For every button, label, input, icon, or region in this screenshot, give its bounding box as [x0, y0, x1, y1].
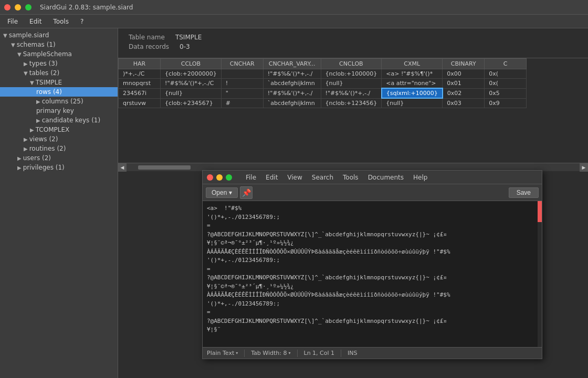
- position-label: Ln 1, Col 1: [304, 350, 335, 356]
- table-row: )*+,-./C {clob:+2000000} !"#$%&'()*+,-./…: [119, 69, 527, 79]
- cell[interactable]: {null}: [161, 88, 222, 98]
- menu-tools[interactable]: Tools: [48, 17, 74, 26]
- sidebar-item-sampleschema[interactable]: ▼ SampleSchema: [0, 49, 118, 59]
- editor-menu-file[interactable]: File: [242, 173, 260, 182]
- editor-menu-view[interactable]: View: [283, 173, 306, 182]
- editor-close-button[interactable]: [207, 174, 213, 181]
- sidebar-item-routines[interactable]: ▶ routines (2): [0, 144, 118, 153]
- cell[interactable]: !: [221, 79, 263, 89]
- cell[interactable]: 0x9: [485, 98, 527, 108]
- editor-menu-tools[interactable]: Tools: [339, 173, 363, 182]
- col-header-cxml[interactable]: CXML: [382, 59, 443, 69]
- cell[interactable]: !"#$%&'()*+,-./: [321, 88, 382, 98]
- tab-width-selector[interactable]: Tab Width: 8 ▾: [251, 350, 290, 356]
- col-header-cnchar-vary[interactable]: CNCHAR_VARY...: [263, 59, 321, 69]
- scroll-track[interactable]: [128, 165, 579, 170]
- cell[interactable]: !"#$%&'()*+,-./: [263, 69, 321, 79]
- cell[interactable]: {null}: [382, 98, 443, 108]
- editor-titlebar: File Edit View Search Tools Documents He…: [203, 171, 542, 184]
- cell[interactable]: {nclob:+100000}: [321, 69, 382, 79]
- menu-file[interactable]: File: [2, 17, 23, 26]
- editor-pin-button[interactable]: 📌: [240, 186, 253, 199]
- cell[interactable]: <a> !"#$%¶'()*: [382, 69, 443, 79]
- sidebar-item-privileges[interactable]: ▶ privileges (1): [0, 163, 118, 172]
- editor-text[interactable]: <a> !"#$% '()*+,-./0123456789:; = ?@ABCD…: [203, 201, 542, 338]
- cell[interactable]: `abcdefghijklmn: [263, 79, 321, 89]
- insert-mode-label: INS: [348, 350, 357, 356]
- cell[interactable]: {clob:+2000000}: [161, 69, 222, 79]
- sidebar-item-users[interactable]: ▶ users (2): [0, 153, 118, 163]
- status-divider: [297, 350, 298, 357]
- data-table-container[interactable]: HAR CCLOB CNCHAR CNCHAR_VARY... CNCLOB C…: [118, 58, 588, 163]
- editor-menu-help[interactable]: Help: [409, 173, 432, 182]
- editor-scroll-indicator: [538, 201, 542, 347]
- editor-menu-search[interactable]: Search: [308, 173, 338, 182]
- editor-minimize-button[interactable]: [216, 174, 223, 181]
- cell[interactable]: 0x(: [485, 69, 527, 79]
- cell[interactable]: 0x5: [485, 88, 527, 98]
- scroll-right-button[interactable]: ▶: [580, 163, 588, 172]
- titlebar: SiardGui 2.0.83: sample.siard: [0, 0, 588, 15]
- menu-edit[interactable]: Edit: [24, 17, 47, 26]
- sidebar-item-views[interactable]: ▶ views (2): [0, 134, 118, 144]
- cell[interactable]: [221, 69, 263, 79]
- cell[interactable]: ": [221, 88, 263, 98]
- table-row: 234567i {null} " !"#$%&'()*+,-./ !"#$%&'…: [119, 88, 527, 98]
- cell[interactable]: mnopqrst: [119, 79, 161, 89]
- cell-highlighted[interactable]: {sqlxml:+10000}: [382, 88, 443, 98]
- col-header-cclob[interactable]: CCLOB: [161, 59, 222, 69]
- cell[interactable]: 0x02: [443, 88, 485, 98]
- cell[interactable]: `abcdefghijklmn: [263, 98, 321, 108]
- editor-save-button[interactable]: Save: [509, 187, 539, 198]
- arrow-icon: ▼: [24, 70, 28, 76]
- data-records-value: 0-3: [180, 43, 190, 50]
- sidebar-item-tsimple[interactable]: ▼ TSIMPLE: [0, 78, 118, 87]
- col-header-cnchar[interactable]: CNCHAR: [221, 59, 263, 69]
- col-header-har[interactable]: HAR: [119, 59, 161, 69]
- col-header-cbinary[interactable]: CBINARY: [443, 59, 485, 69]
- cell[interactable]: qrstuvw: [119, 98, 161, 108]
- arrow-icon: ▶: [36, 99, 40, 104]
- sidebar-item-sample-siard[interactable]: ▼ sample.siard: [0, 30, 118, 40]
- editor-open-button[interactable]: Open ▾: [206, 187, 238, 198]
- cell[interactable]: <a attr="none">: [382, 79, 443, 89]
- editor-popup: File Edit View Search Tools Documents He…: [202, 170, 542, 359]
- minimize-button[interactable]: [15, 4, 21, 10]
- menu-help[interactable]: ?: [75, 17, 89, 26]
- scroll-left-button[interactable]: ◀: [118, 163, 127, 172]
- maximize-button[interactable]: [25, 4, 32, 10]
- col-header-c[interactable]: C: [485, 59, 527, 69]
- sidebar-item-schemas[interactable]: ▼ schemas (1): [0, 40, 118, 49]
- plain-text-selector[interactable]: Plain Text ▾: [207, 350, 238, 356]
- cell[interactable]: !"#$%&'()*+,-./C: [161, 79, 222, 89]
- sidebar-item-types[interactable]: ▶ types (3): [0, 59, 118, 68]
- scroll-bar: [538, 201, 542, 222]
- cell[interactable]: )*+,-./C: [119, 69, 161, 79]
- close-button[interactable]: [4, 4, 10, 10]
- cell[interactable]: {clob:+234567}: [161, 98, 222, 108]
- sidebar-item-tables[interactable]: ▼ tables (2): [0, 68, 118, 78]
- cell[interactable]: 0x01: [443, 79, 485, 89]
- sidebar-item-tcomplex[interactable]: ▶ TCOMPLEX: [0, 125, 118, 134]
- arrow-icon: ▶: [24, 146, 28, 152]
- col-header-cnclob[interactable]: CNCLOB: [321, 59, 382, 69]
- cell[interactable]: {null}: [321, 79, 382, 89]
- cell[interactable]: !"#$%&'()*+,-./: [263, 88, 321, 98]
- editor-menu-documents[interactable]: Documents: [364, 173, 408, 182]
- sidebar-item-columns[interactable]: ▶ columns (25): [0, 97, 118, 106]
- cell[interactable]: {nclob:+123456}: [321, 98, 382, 108]
- editor-maximize-button[interactable]: [226, 174, 232, 181]
- cell[interactable]: 0x00: [443, 69, 485, 79]
- editor-menu-edit[interactable]: Edit: [261, 173, 282, 182]
- editor-statusbar: Plain Text ▾ Tab Width: 8 ▾ Ln 1, Col 1 …: [203, 347, 542, 359]
- cell[interactable]: 234567i: [119, 88, 161, 98]
- editor-content[interactable]: <a> !"#$% '()*+,-./0123456789:; = ?@ABCD…: [203, 201, 542, 347]
- cell[interactable]: #: [221, 98, 263, 108]
- scroll-thumb[interactable]: [138, 165, 191, 170]
- sidebar-item-primary-key[interactable]: primary key: [0, 106, 118, 116]
- sidebar-item-candidate-keys[interactable]: ▶ candidate keys (1): [0, 116, 118, 125]
- cell[interactable]: 0x(: [485, 79, 527, 89]
- cell[interactable]: 0x03: [443, 98, 485, 108]
- sidebar-item-rows[interactable]: rows (4): [0, 87, 118, 97]
- status-divider: [244, 350, 245, 357]
